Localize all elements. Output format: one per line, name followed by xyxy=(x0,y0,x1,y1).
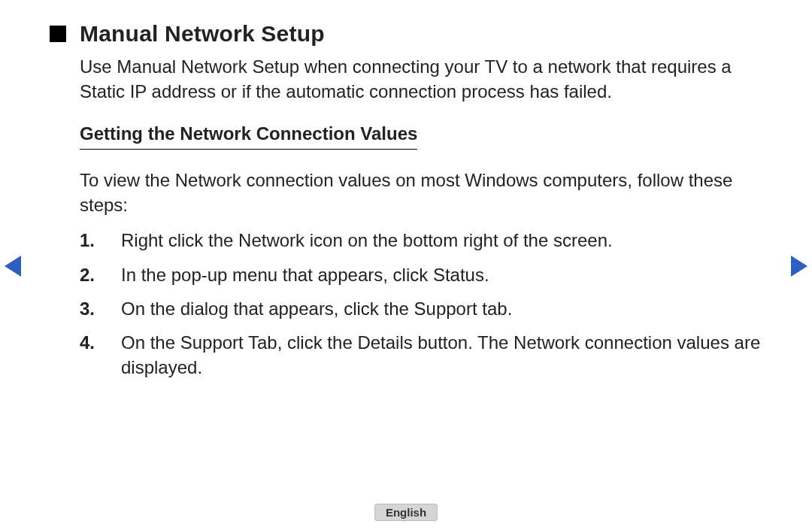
prev-page-button[interactable] xyxy=(5,256,21,277)
step-text: In the pop-up menu that appears, click S… xyxy=(121,262,762,287)
square-bullet-icon xyxy=(50,26,66,42)
step-number: 2 xyxy=(80,262,121,287)
page-title: Manual Network Setup xyxy=(80,21,325,47)
step-number: 4 xyxy=(80,330,121,380)
steps-list: 1 Right click the Network icon on the bo… xyxy=(80,228,762,380)
intro-paragraph: Use Manual Network Setup when connecting… xyxy=(80,54,762,104)
triangle-right-icon xyxy=(791,256,807,277)
list-item: 1 Right click the Network icon on the bo… xyxy=(80,228,762,253)
content-area: Manual Network Setup Use Manual Network … xyxy=(50,21,762,380)
step-text: On the dialog that appears, click the Su… xyxy=(121,296,762,321)
step-number: 3 xyxy=(80,296,121,321)
next-page-button[interactable] xyxy=(791,256,807,277)
step-text: Right click the Network icon on the bott… xyxy=(121,228,762,253)
step-number: 1 xyxy=(80,228,121,253)
list-item: 2 In the pop-up menu that appears, click… xyxy=(80,262,762,287)
title-row: Manual Network Setup xyxy=(50,21,762,47)
lead-paragraph: To view the Network connection values on… xyxy=(80,168,762,217)
triangle-left-icon xyxy=(5,256,21,277)
list-item: 4 On the Support Tab, click the Details … xyxy=(80,330,762,380)
list-item: 3 On the dialog that appears, click the … xyxy=(80,296,762,321)
step-text: On the Support Tab, click the Details bu… xyxy=(121,330,762,380)
language-badge[interactable]: English xyxy=(374,504,438,521)
document-page: Manual Network Setup Use Manual Network … xyxy=(0,0,812,530)
subheading: Getting the Network Connection Values xyxy=(80,123,417,150)
subheading-wrap: Getting the Network Connection Values xyxy=(80,123,417,150)
